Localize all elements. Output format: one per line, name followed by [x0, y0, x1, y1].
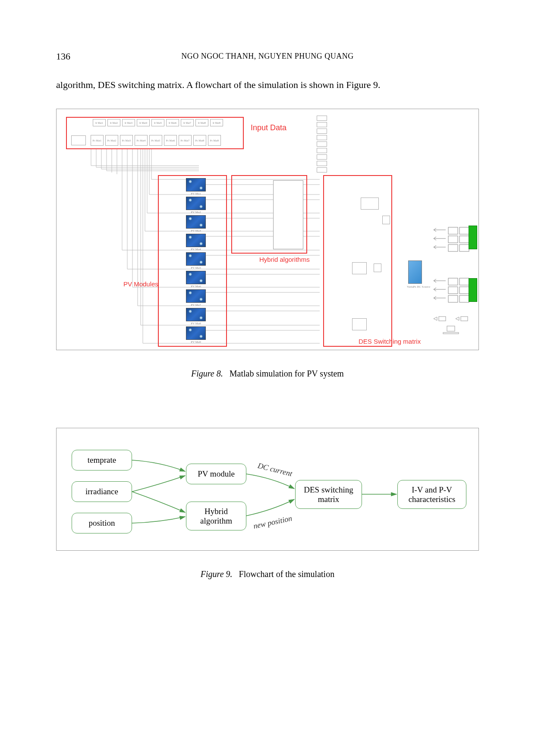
input-block: Ir Mat7 — [181, 119, 194, 126]
svg-rect-52 — [459, 227, 469, 234]
figure-8-caption: Figure 8. Matlab simulation for PV syste… — [0, 369, 535, 379]
pv-module-label: PV Ma8 — [186, 322, 206, 325]
fig9-position-box: position — [72, 513, 132, 533]
pv-module-label: PV Ma3 — [186, 229, 206, 232]
input-block: Po Mat2 — [105, 135, 118, 146]
figure8-misc-blocks — [432, 315, 477, 337]
page-header-authors: NGO NGOC THANH, NGUYEN PHUNG QUANG — [0, 52, 535, 61]
pv-module-label: PV Ma5 — [186, 266, 206, 270]
figure8-des-label: DES Switching matrix — [359, 338, 421, 345]
input-block: Po Mat8 — [193, 135, 206, 146]
pv-module-label: PV Ma9 — [186, 340, 206, 344]
pv-module-block — [186, 178, 206, 191]
fig9-des-box: DES switching matrix — [295, 480, 362, 509]
figure8-input-data-box: Ir Mat1Ir Mat2Ir Mat3Ir Mat4Ir Mat5Ir Ma… — [66, 117, 244, 149]
input-block: Ir Mat4 — [137, 119, 150, 126]
figure-8-caption-text: Matlab simulation for PV system — [230, 369, 344, 378]
input-block: Po Mat1 — [91, 135, 104, 146]
input-block: Po Mat9 — [208, 135, 221, 146]
svg-rect-60 — [459, 295, 469, 302]
svg-rect-49 — [448, 227, 458, 234]
misc-icon — [432, 315, 477, 335]
figure-9-caption: Figure 9. Flowchart of the simulation — [0, 569, 535, 579]
input-block: Ir Mat6 — [166, 119, 179, 126]
svg-rect-51 — [448, 245, 458, 251]
figure8-temp-box — [71, 135, 86, 145]
figure8-output-cluster-1 — [432, 226, 473, 262]
input-block: Ir Mat8 — [195, 119, 208, 126]
des-subbox — [361, 198, 379, 210]
fig9-edge-new-position: new position — [252, 514, 293, 530]
input-block: Ir Mat9 — [210, 119, 223, 126]
pv-module-label: PV Ma2 — [186, 210, 206, 214]
pv-module-block — [186, 326, 206, 340]
svg-rect-54 — [459, 245, 469, 251]
fig9-irradiance-box: irradiance — [72, 481, 132, 502]
scope-icon — [432, 276, 473, 311]
figure-9-caption-text: Flowchart of the simulation — [239, 569, 335, 579]
input-block: Po Mat6 — [164, 135, 177, 146]
pv-module-block — [186, 234, 206, 247]
input-block: Po Mat4 — [135, 135, 148, 146]
input-block: Po Mat7 — [179, 135, 192, 146]
svg-rect-58 — [459, 278, 469, 285]
figure8-des-box — [323, 175, 392, 347]
figure8-dc-source-block — [408, 260, 422, 284]
input-block: Ir Mat1 — [93, 119, 106, 126]
fig9-edge-dc-current: DC current — [256, 461, 293, 478]
figure8-input-bot-row: Po Mat1Po Mat2Po Mat3Po Mat4Po Mat5Po Ma… — [91, 135, 221, 146]
figure8-input-top-row: Ir Mat1Ir Mat2Ir Mat3Ir Mat4Ir Mat5Ir Ma… — [93, 119, 223, 126]
input-block: Po Mat5 — [149, 135, 162, 146]
svg-rect-64 — [443, 333, 459, 334]
fig9-ivpv-box: I-V and P-V characteristics — [397, 480, 466, 509]
figure-8-label: Figure 8. — [191, 369, 223, 378]
figure-9: temprate irradiance position PV module H… — [56, 428, 479, 551]
svg-rect-61 — [439, 317, 446, 321]
input-block: Ir Mat5 — [151, 119, 164, 126]
figure-8: Ir Mat1Ir Mat2Ir Mat3Ir Mat4Ir Mat5Ir Ma… — [56, 109, 479, 350]
pv-module-block — [186, 271, 206, 284]
svg-rect-55 — [448, 278, 458, 285]
pv-module-label: PV Ma6 — [186, 285, 206, 288]
svg-rect-50 — [448, 236, 458, 243]
fig9-pvmodule-box: PV module — [186, 464, 246, 484]
input-block: Ir Mat2 — [107, 119, 120, 126]
pv-module-label: PV Ma7 — [186, 303, 206, 307]
figure8-scope-1 — [469, 226, 477, 249]
des-connector — [374, 264, 381, 272]
fig9-hybrid-box: Hybrid algorithm — [186, 502, 246, 530]
figure8-hybrid-label: Hybrid algorithms — [259, 256, 310, 263]
figure8-pv-label: PV Modules — [123, 280, 158, 288]
figure8-hybrid-inner-block — [273, 180, 303, 249]
figure8-scope-2 — [469, 278, 477, 302]
svg-rect-53 — [459, 236, 469, 243]
pv-module-block — [186, 215, 206, 229]
figure8-right-port-stack — [317, 116, 327, 173]
svg-rect-62 — [461, 317, 468, 321]
svg-rect-57 — [448, 295, 458, 302]
des-subbox — [352, 262, 367, 274]
svg-rect-56 — [448, 287, 458, 294]
input-block: Po Mat3 — [120, 135, 133, 146]
des-subbox — [352, 318, 367, 330]
figure-9-label: Figure 9. — [201, 569, 233, 579]
figure8-hybrid-box — [231, 175, 307, 254]
pv-module-block — [186, 197, 206, 210]
body-paragraph: algorithm, DES switching matrix. A flowc… — [56, 78, 479, 92]
figure8-dc-label: VariaPs DC Source — [407, 285, 430, 289]
des-connector — [382, 216, 390, 224]
pv-module-block — [186, 308, 206, 321]
figure8-output-cluster-2 — [432, 276, 473, 313]
svg-rect-63 — [447, 326, 455, 331]
pv-module-block — [186, 252, 206, 266]
svg-rect-59 — [459, 287, 469, 294]
figure8-input-label: Input Data — [251, 123, 286, 132]
pv-module-label: PV Ma1 — [186, 192, 206, 195]
pv-module-block — [186, 289, 206, 303]
fig9-temprate-box: temprate — [72, 450, 132, 471]
pv-module-label: PV Ma4 — [186, 248, 206, 251]
input-block: Ir Mat3 — [122, 119, 135, 126]
scope-icon — [432, 226, 473, 260]
